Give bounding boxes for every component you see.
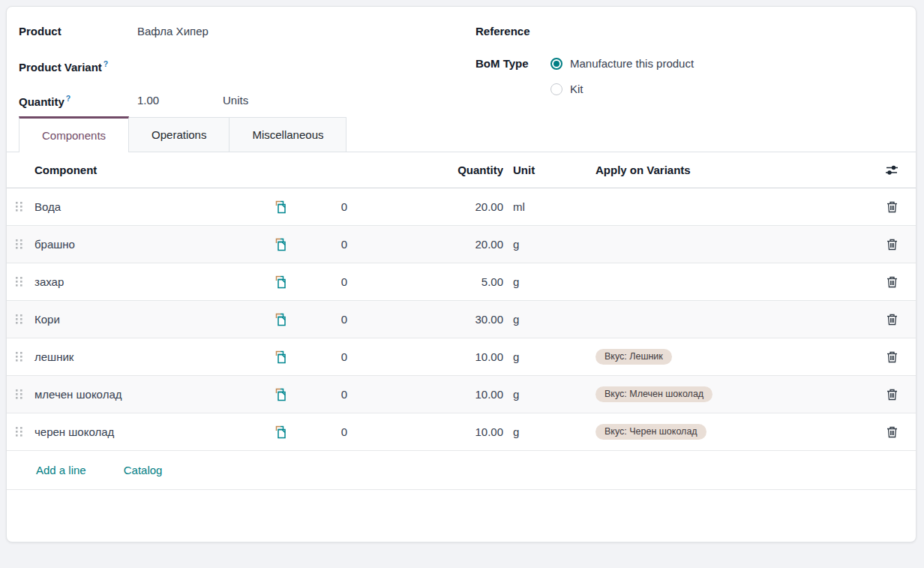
forecast-availability: 0: [307, 200, 382, 213]
bom-form-sheet: Product Вафла Хипер Product Variant? Qua…: [6, 6, 916, 542]
drag-handle-icon[interactable]: [14, 313, 24, 326]
catalog-link[interactable]: Catalog: [124, 464, 163, 476]
form-right-column: Reference BoM Type Manufacture this prod…: [469, 25, 904, 110]
unit-cell: g: [503, 350, 562, 363]
table-row: Кори 0 30.00 g: [7, 301, 916, 338]
tab-components[interactable]: Components: [19, 116, 129, 152]
quantity-field-row: Quantity? 1.00 Units: [19, 94, 469, 110]
tab-operations[interactable]: Operations: [129, 117, 230, 152]
radio-checked-icon[interactable]: [550, 58, 562, 70]
copy-icon[interactable]: [273, 237, 288, 252]
quantity-cell[interactable]: 20.00: [382, 238, 503, 251]
radio-unchecked-icon[interactable]: [550, 83, 562, 95]
variant-tag[interactable]: Вкус: Черен шоколад: [596, 424, 706, 440]
component-name[interactable]: черен шоколад: [34, 425, 254, 438]
reference-label: Reference: [476, 25, 550, 38]
variant-tag[interactable]: Вкус: Лешник: [596, 349, 672, 365]
forecast-availability: 0: [307, 425, 382, 438]
product-variant-label: Product Variant?: [19, 59, 137, 74]
component-name[interactable]: Кори: [34, 313, 254, 326]
sliders-icon[interactable]: [885, 164, 898, 177]
header-quantity[interactable]: Quantity: [382, 164, 503, 176]
unit-cell: g: [503, 425, 562, 438]
table-row: Вода 0 20.00 ml: [7, 188, 916, 226]
copy-icon[interactable]: [273, 275, 288, 290]
table-row: захар 0 5.00 g: [7, 263, 916, 301]
product-field-row: Product Вафла Хипер: [19, 25, 469, 41]
drag-handle-icon[interactable]: [14, 200, 24, 213]
bom-type-field-row: BoM Type Manufacture this product Kit: [476, 57, 904, 95]
bom-type-label: BoM Type: [476, 57, 550, 70]
table-row: черен шоколад 0 10.00 g Вкус: Черен шоко…: [7, 413, 916, 451]
forecast-availability: 0: [307, 238, 382, 251]
notebook-tabs: Components Operations Miscellaneous: [7, 116, 916, 152]
tab-miscellaneous[interactable]: Miscellaneous: [230, 117, 346, 152]
quantity-cell[interactable]: 10.00: [382, 388, 503, 401]
drag-handle-icon[interactable]: [14, 388, 24, 401]
bom-type-option-manufacture[interactable]: Manufacture this product: [550, 57, 694, 70]
trash-icon[interactable]: [886, 200, 898, 214]
quantity-cell[interactable]: 30.00: [382, 313, 503, 326]
quantity-cell[interactable]: 5.00: [382, 275, 503, 288]
table-row: млечен шоколад 0 10.00 g Вкус: Млечен шо…: [7, 376, 916, 413]
trash-icon[interactable]: [886, 275, 898, 289]
component-name[interactable]: млечен шоколад: [34, 388, 254, 401]
help-icon[interactable]: ?: [66, 94, 70, 103]
unit-cell: g: [503, 238, 562, 251]
form-header-area: Product Вафла Хипер Product Variant? Qua…: [7, 7, 916, 110]
components-table: Component Quantity Unit Apply on Variant…: [7, 152, 916, 490]
forecast-availability: 0: [307, 388, 382, 401]
component-name[interactable]: захар: [34, 275, 254, 288]
quantity-cell[interactable]: 20.00: [382, 200, 503, 213]
unit-cell: g: [503, 313, 562, 326]
quantity-label: Quantity?: [19, 94, 137, 108]
table-body: Вода 0 20.00 ml: [7, 188, 916, 451]
component-name[interactable]: лешник: [34, 350, 254, 363]
forecast-availability: 0: [307, 350, 382, 363]
form-left-column: Product Вафла Хипер Product Variant? Qua…: [19, 25, 469, 110]
unit-cell: g: [503, 388, 562, 401]
trash-icon[interactable]: [886, 425, 898, 439]
copy-icon[interactable]: [273, 387, 288, 402]
quantity-cell[interactable]: 10.00: [382, 350, 503, 363]
component-name[interactable]: Вода: [34, 200, 254, 213]
quantity-unit[interactable]: Units: [223, 94, 248, 107]
trash-icon[interactable]: [886, 238, 898, 251]
table-footer-row: Add a line Catalog: [7, 451, 916, 490]
bom-type-radio-group: Manufacture this product Kit: [550, 57, 694, 95]
drag-handle-icon[interactable]: [14, 275, 24, 288]
table-header-row: Component Quantity Unit Apply on Variant…: [7, 152, 916, 188]
table-row: брашно 0 20.00 g: [7, 226, 916, 263]
help-icon[interactable]: ?: [104, 59, 108, 68]
product-variant-field-row: Product Variant?: [19, 59, 469, 75]
copy-icon[interactable]: [273, 350, 288, 365]
drag-handle-icon[interactable]: [14, 350, 24, 363]
drag-handle-icon[interactable]: [14, 425, 24, 438]
unit-cell: ml: [503, 200, 562, 213]
drag-handle-icon[interactable]: [14, 238, 24, 251]
trash-icon[interactable]: [886, 350, 898, 364]
copy-icon[interactable]: [273, 425, 288, 440]
forecast-availability: 0: [307, 275, 382, 288]
product-value[interactable]: Вафла Хипер: [137, 25, 208, 38]
bom-type-option-kit[interactable]: Kit: [550, 83, 694, 95]
header-component[interactable]: Component: [34, 164, 254, 176]
quantity-value[interactable]: 1.00: [137, 94, 223, 107]
variant-tag[interactable]: Вкус: Млечен шоколад: [596, 386, 712, 403]
product-label: Product: [19, 25, 137, 38]
add-a-line-link[interactable]: Add a line: [36, 464, 86, 476]
header-apply-on-variants[interactable]: Apply on Variants: [562, 164, 868, 176]
copy-icon[interactable]: [273, 312, 288, 327]
trash-icon[interactable]: [886, 388, 898, 401]
unit-cell: g: [503, 275, 562, 288]
copy-icon[interactable]: [273, 200, 288, 215]
component-name[interactable]: брашно: [34, 238, 254, 251]
reference-field-row: Reference: [476, 25, 904, 41]
header-unit[interactable]: Unit: [503, 164, 562, 176]
trash-icon[interactable]: [886, 313, 898, 326]
quantity-cell[interactable]: 10.00: [382, 425, 503, 438]
forecast-availability: 0: [307, 313, 382, 326]
table-row: лешник 0 10.00 g Вкус: Лешник: [7, 338, 916, 376]
